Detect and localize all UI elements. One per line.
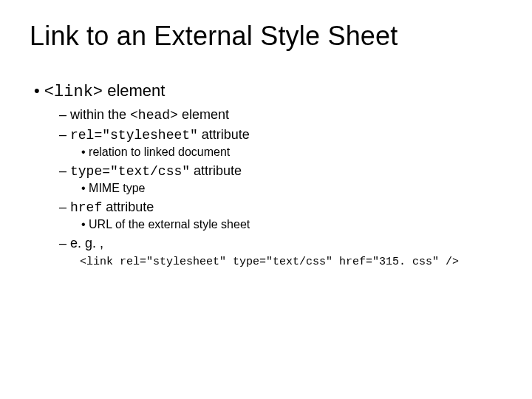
text-relation: relation to linked document bbox=[89, 146, 230, 158]
text-attribute: attribute bbox=[190, 163, 242, 178]
bullet-relation: relation to linked document bbox=[81, 146, 502, 159]
code-rel-stylesheet: rel="stylesheet" bbox=[70, 128, 198, 143]
bullet-list-level3: relation to linked document bbox=[81, 146, 502, 159]
text-element: element bbox=[103, 81, 165, 100]
text-element-suffix: element bbox=[178, 107, 229, 122]
code-type-textcss: type="text/css" bbox=[70, 164, 190, 179]
bullet-link-element: <link> element within the <head> element… bbox=[34, 81, 502, 268]
text-within-the: within the bbox=[70, 107, 130, 122]
slide: Link to an External Style Sheet <link> e… bbox=[0, 0, 532, 399]
bullet-list-level2: within the <head> element rel="styleshee… bbox=[59, 107, 502, 251]
bullet-rel-attribute: rel="stylesheet" attribute relation to l… bbox=[59, 127, 502, 159]
bullet-within-head: within the <head> element bbox=[59, 107, 502, 123]
bullet-list-level3: MIME type bbox=[81, 182, 502, 195]
bullet-mime-type: MIME type bbox=[81, 182, 502, 195]
text-url-desc: URL of the external style sheet bbox=[89, 218, 250, 231]
text-mime: MIME type bbox=[89, 182, 145, 194]
bullet-example-intro: e. g. , bbox=[59, 236, 502, 251]
bullet-href-attribute: href attribute URL of the external style… bbox=[59, 200, 502, 231]
text-eg: e. g. , bbox=[70, 236, 103, 250]
code-link-tag: <link> bbox=[44, 83, 103, 101]
code-example-link: <link rel="stylesheet" type="text/css" h… bbox=[80, 256, 502, 268]
code-head-tag: <head> bbox=[130, 108, 178, 123]
slide-title: Link to an External Style Sheet bbox=[30, 21, 502, 52]
text-attribute: attribute bbox=[102, 200, 154, 214]
bullet-list-level1: <link> element within the <head> element… bbox=[34, 81, 502, 268]
bullet-type-attribute: type="text/css" attribute MIME type bbox=[59, 163, 502, 195]
bullet-url-desc: URL of the external style sheet bbox=[81, 218, 502, 231]
bullet-list-level3: URL of the external style sheet bbox=[81, 218, 502, 231]
code-href: href bbox=[70, 200, 102, 215]
text-attribute: attribute bbox=[198, 127, 250, 142]
